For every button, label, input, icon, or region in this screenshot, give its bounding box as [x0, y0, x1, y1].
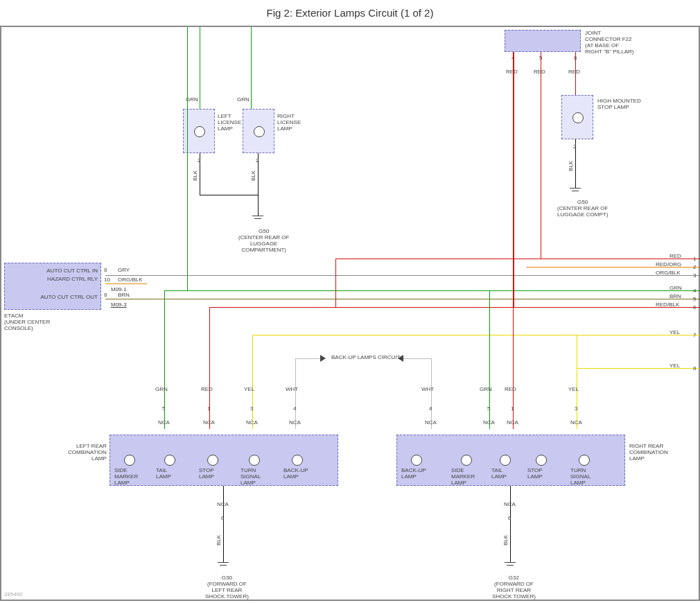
yel-lc-lbl: YEL	[244, 386, 254, 392]
etacm-pin-10: 10	[104, 277, 110, 283]
wire-lbl-gry: GRY	[118, 267, 130, 273]
lc-lamp-0: SIDE MARKER LAMP	[114, 467, 138, 486]
bus-num-8: 8	[693, 365, 696, 372]
wire-redblk-bus6	[209, 307, 700, 308]
nca-4: NCA	[289, 419, 301, 426]
high-stop-lbl: HIGH MOUNTED STOP LAMP	[597, 98, 641, 110]
wire-red-f4	[513, 52, 514, 307]
blk-lbl-hs: BLK	[568, 161, 574, 171]
bus-lbl-2: RED/ORG	[656, 261, 681, 268]
red-rc-lbl: RED	[505, 386, 516, 392]
wire-yel-lc	[252, 335, 253, 429]
bus-num-1: 1	[693, 256, 696, 262]
rc-lamp-3: STOP LAMP	[527, 467, 543, 480]
wht-lc-lbl: WHT	[286, 386, 298, 392]
wire-wht-arrowL	[295, 358, 320, 359]
component-left-combo: SIDE MARKER LAMP TAIL LAMP STOP LAMP TUR…	[110, 435, 338, 486]
yel-rc-lbl: YEL	[568, 386, 579, 392]
wire-orgblk-bus3	[105, 275, 700, 276]
g30-lbl: G30 (FORWARD OF LEFT REAR SHOCK TOWER)	[205, 575, 249, 600]
nca-7: NCA	[507, 419, 518, 426]
wire-grn-top-2	[251, 27, 252, 109]
component-etacm: AUTO CUT CTRL IN HAZARD CTRL RLY AUTO CU…	[4, 263, 101, 310]
etacm-name: ETACM (UNDER CENTER CONSOLE)	[4, 313, 50, 331]
bus-lbl-7: YEL	[670, 329, 680, 335]
red-lbl-f3: RED	[568, 69, 580, 75]
bus-num-2: 2	[693, 264, 696, 270]
wire-wht-lc	[295, 358, 296, 429]
g50-lbl: G50 (CENTER REAR OF LUGGAGE COMPARTMENT)	[238, 228, 289, 253]
component-joint-f22	[505, 30, 581, 52]
wht-rc-lbl: WHT	[421, 386, 434, 392]
etacm-pin-8a: 8	[104, 267, 107, 273]
bus-num-5: 5	[693, 296, 696, 302]
wire-blk-g30	[223, 486, 224, 562]
left-license-lbl: LEFT LICENSE LAMP	[218, 113, 241, 132]
component-right-license	[243, 109, 274, 153]
grn-rc-lbl: GRN	[480, 386, 492, 392]
wire-blk-join	[200, 195, 259, 195]
na	[527, 267, 527, 268]
right-license-lbl: RIGHT LICENSE LAMP	[277, 113, 301, 132]
bus-lbl-4: GRN	[670, 285, 682, 291]
bus-lbl-8: YEL	[670, 362, 680, 369]
nca-g30: NCA	[217, 501, 229, 507]
right-combo-name: RIGHT REAR COMBINATION LAMP	[629, 443, 668, 462]
wire-red-f6	[575, 52, 576, 95]
wire-red-f5h	[335, 259, 541, 259]
wire-brn-bus5	[105, 299, 700, 299]
lc-lamp-3: TURN SIGNAL LAMP	[240, 467, 261, 486]
wiring-diagram: M09-1 M09-3 RED 1 RED/ORG 2 ORG/BLK 3 GR…	[0, 26, 700, 601]
lc-lamp-2: STOP LAMP	[199, 467, 214, 480]
bus-lbl-1: RED	[670, 253, 681, 259]
bus-num-7: 7	[693, 332, 696, 338]
wire-orgblk-etacm	[105, 283, 147, 284]
component-right-combo: BACK-UP LAMP SIDE MARKER LAMP TAIL LAMP …	[396, 435, 625, 486]
red-lbl-f1: RED	[506, 69, 518, 75]
wire-yel-bus7	[252, 335, 700, 335]
wire-grn-bus4	[187, 290, 700, 291]
ground-g32	[505, 562, 516, 570]
joint-f22-lbl: JOINT CONNECTOR F22 (AT BASE OF RIGHT "B…	[585, 30, 633, 55]
left-combo-name: LEFT REAR COMBINATION LAMP	[68, 443, 107, 462]
label-m09-3: M09-3	[111, 302, 127, 308]
wire-blk-g32	[510, 486, 511, 562]
lc-lamp-4: BACK-UP LAMP	[283, 467, 308, 480]
grn-lc-lbl: GRN	[155, 386, 168, 392]
rc-lamp-1: SIDE MARKER LAMP	[451, 467, 475, 486]
lc-lamp-1: TAIL LAMP	[156, 467, 171, 480]
etacm-pin-lbl-2: HAZARD CTRL RLY	[47, 276, 98, 282]
nca-6: NCA	[483, 419, 495, 426]
wire-wht-arrowR	[403, 358, 432, 359]
red-lbl-f2: RED	[534, 69, 545, 75]
ground-g50b	[570, 188, 581, 196]
blk-g32: BLK	[502, 535, 509, 545]
nca-1: NCA	[158, 419, 170, 426]
ground-g30	[218, 562, 229, 570]
wire-lbl-brn: BRN	[118, 292, 130, 298]
bus-lbl-3: ORG/BLK	[656, 270, 681, 276]
bus-num-6: 6	[693, 304, 696, 311]
blk-lbl-2: BLK	[250, 171, 256, 181]
wire-lbl-orgblk: ORG/BLK	[118, 277, 143, 283]
bus-num-3: 3	[693, 272, 696, 279]
wire-wht-rc	[431, 358, 432, 429]
bus-lbl-6: RED/BLK	[656, 302, 679, 308]
source-id: 285492	[4, 591, 23, 597]
grn-lbl-2: GRN	[237, 96, 250, 103]
blk-lbl-1: BLK	[192, 171, 198, 181]
wire-grn-lcjoin	[164, 290, 188, 291]
g32-lbl: G32 (FORWARD OF RIGHT REAR SHOCK TOWER)	[492, 575, 536, 600]
etacm-pin-lbl-1: AUTO CUT CTRL IN	[46, 268, 98, 274]
backup-circuit-lbl: BACK-UP LAMPS CIRCUIT	[331, 354, 400, 360]
etacm-pin-8b: 8	[104, 292, 107, 298]
wire-red-f5	[541, 52, 541, 259]
nca-8: NCA	[570, 419, 582, 426]
g50b-lbl: G50 (CENTER REAR OF LUGGAGE COMPT)	[557, 199, 608, 218]
red-lc-lbl: RED	[201, 386, 213, 392]
wire-yel-bus8	[577, 368, 700, 369]
rc-lamp-4: TURN SIGNAL LAMP	[570, 467, 590, 486]
rc-lamp-2: TAIL LAMP	[491, 467, 507, 480]
rc-lamp-0: BACK-UP LAMP	[401, 467, 426, 480]
bus-lbl-5: BRN	[670, 293, 681, 299]
